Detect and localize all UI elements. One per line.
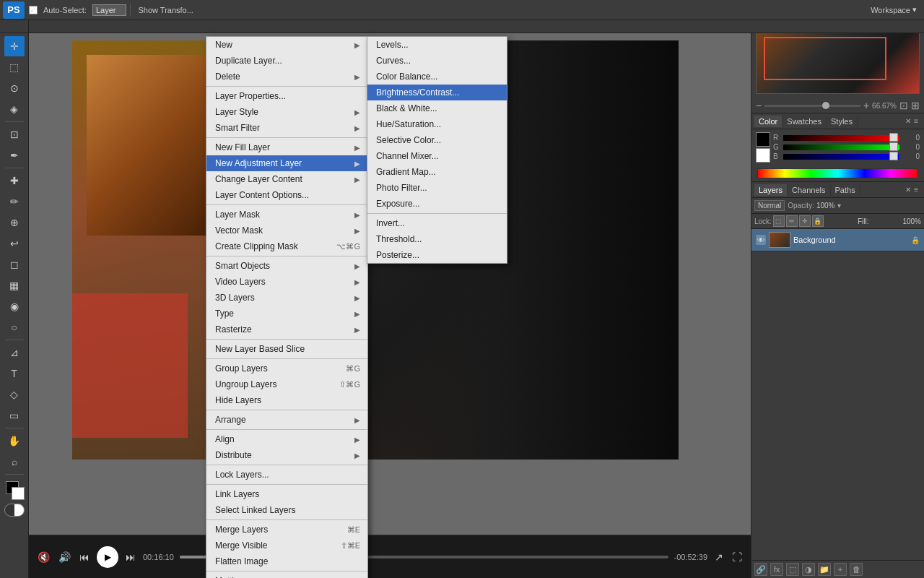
menu-item-matting[interactable]: Matting ▶ [206,573,367,578]
menu-item-duplicate[interactable]: Duplicate Layer... [206,53,367,69]
menu-item-vector-mask[interactable]: Vector Mask ▶ [206,223,367,238]
menu-item-new[interactable]: New ▶ [206,37,367,53]
menu-item-smart-filter[interactable]: Smart Filter ▶ [206,120,367,136]
path-tool[interactable]: ◇ [4,384,25,405]
menu-item-ungroup[interactable]: Ungroup Layers ⇧⌘G [206,376,367,392]
quick-select-tool[interactable]: ◈ [4,99,25,119]
menu-item-rasterize[interactable]: Rasterize ▶ [206,322,367,337]
color-spectrum[interactable] [757,168,918,178]
layer-eye-icon[interactable]: 👁 [756,235,766,245]
submenu-item-curves[interactable]: Curves... [367,53,507,69]
zoom-actual-button[interactable]: ⊞ [911,100,920,111]
gradient-tool[interactable]: ▦ [4,275,25,296]
lock-position-button[interactable]: ✛ [799,215,811,227]
tab-channels[interactable]: Channels [788,184,830,196]
menu-item-select-linked[interactable]: Select Linked Layers [206,502,367,518]
color-swatch[interactable] [4,480,25,500]
nav-preview-box[interactable] [764,37,886,80]
submenu-item-gradient[interactable]: Gradient Map... [367,164,507,180]
submenu-item-photo[interactable]: Photo Filter... [367,180,507,196]
zoom-fit-button[interactable]: ⊡ [899,100,908,111]
lock-transparent-button[interactable]: ⬚ [773,215,785,227]
blue-slider[interactable] [783,154,899,160]
menu-item-smart-obj[interactable]: Smart Objects ▶ [206,258,367,274]
menu-item-3d[interactable]: 3D Layers ▶ [206,290,367,306]
menu-item-layer-style[interactable]: Layer Style ▶ [206,104,367,120]
green-value[interactable]: 0 [902,143,920,151]
menu-item-clipping-mask[interactable]: Create Clipping Mask ⌥⌘G [206,238,367,254]
menu-item-video[interactable]: Video Layers ▶ [206,274,367,290]
menu-item-link[interactable]: Link Layers [206,486,367,502]
submenu-item-bw[interactable]: Black & White... [367,100,507,116]
layer-effects-button[interactable]: fx [770,563,783,576]
menu-item-align[interactable]: Align ▶ [206,431,367,447]
menu-item-type[interactable]: Type ▶ [206,306,367,322]
background-color[interactable] [12,487,25,500]
layer-background-item[interactable]: 👁 Background 🔒 [751,229,924,251]
blue-value[interactable]: 0 [902,152,920,160]
mask-mode-button[interactable] [4,504,25,517]
submenu-item-exposure[interactable]: Exposure... [367,196,507,212]
submenu-item-channel[interactable]: Channel Mixer... [367,148,507,164]
red-slider-thumb[interactable] [889,133,898,142]
menu-item-new-fill[interactable]: New Fill Layer ▶ [206,139,367,155]
link-layers-button[interactable]: 🔗 [754,563,767,576]
submenu-item-selective[interactable]: Selective Color... [367,132,507,148]
submenu-item-hue[interactable]: Hue/Saturation... [367,116,507,132]
crop-tool[interactable]: ⊡ [4,124,25,144]
delete-layer-button[interactable]: 🗑 [850,563,863,576]
dodge-tool[interactable]: ○ [4,317,25,337]
tab-color[interactable]: Color [754,116,783,127]
menu-item-hide[interactable]: Hide Layers [206,392,367,408]
rewind-button[interactable]: ⏮ [78,550,91,564]
submenu-item-threshold[interactable]: Threshold... [367,231,507,247]
red-value[interactable]: 0 [902,134,920,142]
red-slider[interactable] [783,135,899,141]
fullscreen-button[interactable]: ⛶ [731,550,744,564]
green-slider[interactable] [783,144,899,150]
healing-tool[interactable]: ✚ [4,171,25,191]
menu-item-group[interactable]: Group Layers ⌘G [206,361,367,376]
blue-slider-thumb[interactable] [889,152,898,160]
menu-item-distribute[interactable]: Distribute ▶ [206,447,367,463]
green-slider-thumb[interactable] [889,142,898,151]
audio-mute-button[interactable]: 🔇 [36,550,51,564]
brush-tool[interactable]: ✏ [4,191,25,212]
menu-item-change-content[interactable]: Change Layer Content ▶ [206,171,367,187]
bg-color-swatch[interactable] [756,148,770,163]
layers-panel-menu[interactable]: ≡ [911,184,921,195]
workspace-button[interactable]: Workspace ▾ [866,4,921,16]
submenu-item-posterize[interactable]: Posterize... [367,247,507,263]
play-button[interactable]: ▶ [97,546,118,568]
menu-item-delete[interactable]: Delete ▶ [206,69,367,85]
new-adjustment-layer-button[interactable]: ◑ [802,563,815,576]
hand-tool[interactable]: ✋ [4,431,25,451]
menu-item-content-opts[interactable]: Layer Content Options... [206,187,367,203]
move-tool[interactable]: ✛ [4,36,25,56]
layer-type-dropdown[interactable]: Layer [92,4,127,16]
export-button[interactable]: ↗ [713,550,725,564]
menu-item-arrange[interactable]: Arrange ▶ [206,412,367,428]
fast-forward-button[interactable]: ⏭ [124,550,137,564]
eraser-tool[interactable]: ◻ [4,254,25,275]
lasso-tool[interactable]: ⊙ [4,78,25,98]
menu-item-merge[interactable]: Merge Layers ⌘E [206,522,367,538]
text-tool[interactable]: T [4,363,25,384]
layer-mask-button[interactable]: ⬚ [786,563,799,576]
menu-item-flatten[interactable]: Flatten Image [206,553,367,569]
eyedropper-tool[interactable]: ✒ [4,145,25,165]
menu-item-merge-visible[interactable]: Merge Visible ⇧⌘E [206,538,367,553]
lock-pixels-button[interactable]: ✏ [786,215,798,227]
lock-all-button[interactable]: 🔒 [812,215,824,227]
history-tool[interactable]: ↩ [4,233,25,254]
auto-select-checkbox[interactable]: ✓ [29,6,38,14]
zoom-slider[interactable] [764,105,860,107]
submenu-item-invert[interactable]: Invert... [367,215,507,231]
marquee-tool[interactable]: ⬚ [4,57,25,77]
menu-item-new-adj[interactable]: New Adjustment Layer ▶ [206,155,367,171]
pen-tool[interactable]: ⊿ [4,342,25,363]
submenu-item-levels[interactable]: Levels... [367,37,507,53]
zoom-in-button[interactable]: + [863,100,869,111]
zoom-tool[interactable]: ⌕ [4,452,25,472]
submenu-item-brightness[interactable]: Brightness/Contrast... [367,85,507,100]
